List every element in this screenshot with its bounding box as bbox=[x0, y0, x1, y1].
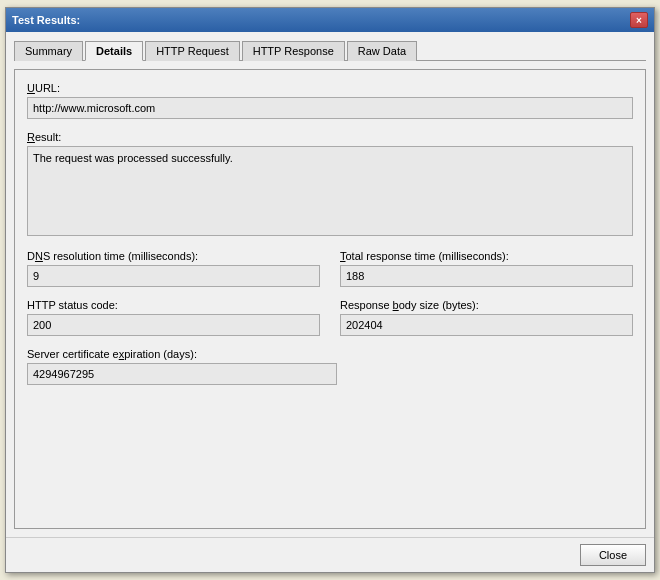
tab-bar: Summary Details HTTP Request HTTP Respon… bbox=[14, 40, 646, 61]
response-body-col: Response body size (bytes): bbox=[340, 299, 633, 348]
url-input[interactable] bbox=[27, 97, 633, 119]
response-body-input[interactable] bbox=[340, 314, 633, 336]
result-textarea[interactable]: The request was processed successfully. bbox=[27, 146, 633, 236]
dns-col: DNS resolution time (milliseconds): bbox=[27, 250, 320, 299]
http-status-input[interactable] bbox=[27, 314, 320, 336]
total-response-input[interactable] bbox=[340, 265, 633, 287]
close-button[interactable]: Close bbox=[580, 544, 646, 566]
tab-summary[interactable]: Summary bbox=[14, 41, 83, 61]
total-response-label: Total response time (milliseconds): bbox=[340, 250, 633, 262]
tab-http-response[interactable]: HTTP Response bbox=[242, 41, 345, 61]
content-panel: UURL: Result: The request was processed … bbox=[14, 69, 646, 529]
response-body-label: Response body size (bytes): bbox=[340, 299, 633, 311]
metrics-row-1: DNS resolution time (milliseconds): Tota… bbox=[27, 250, 633, 299]
metrics-row-2: HTTP status code: Response body size (by… bbox=[27, 299, 633, 348]
cert-expiry-label: Server certificate expiration (days): bbox=[27, 348, 337, 360]
http-status-col: HTTP status code: bbox=[27, 299, 320, 348]
http-status-group: HTTP status code: bbox=[27, 299, 320, 336]
tab-details[interactable]: Details bbox=[85, 41, 143, 61]
tab-raw-data[interactable]: Raw Data bbox=[347, 41, 417, 61]
dns-group: DNS resolution time (milliseconds): bbox=[27, 250, 320, 287]
tab-http-request[interactable]: HTTP Request bbox=[145, 41, 240, 61]
dns-label: DNS resolution time (milliseconds): bbox=[27, 250, 320, 262]
bottom-bar: Close bbox=[6, 537, 654, 572]
result-group: Result: The request was processed succes… bbox=[27, 131, 633, 238]
total-response-col: Total response time (milliseconds): bbox=[340, 250, 633, 299]
title-close-button[interactable]: × bbox=[630, 12, 648, 28]
title-bar: Test Results: × bbox=[6, 8, 654, 32]
dns-input[interactable] bbox=[27, 265, 320, 287]
main-window: Test Results: × Summary Details HTTP Req… bbox=[5, 7, 655, 573]
url-group: UURL: bbox=[27, 82, 633, 119]
window-title: Test Results: bbox=[12, 14, 80, 26]
http-status-label: HTTP status code: bbox=[27, 299, 320, 311]
result-label: Result: bbox=[27, 131, 633, 143]
response-body-group: Response body size (bytes): bbox=[340, 299, 633, 336]
total-response-group: Total response time (milliseconds): bbox=[340, 250, 633, 287]
url-label: UURL: bbox=[27, 82, 633, 94]
window-body: Summary Details HTTP Request HTTP Respon… bbox=[6, 32, 654, 537]
cert-expiry-input[interactable] bbox=[27, 363, 337, 385]
cert-expiry-group: Server certificate expiration (days): bbox=[27, 348, 337, 385]
